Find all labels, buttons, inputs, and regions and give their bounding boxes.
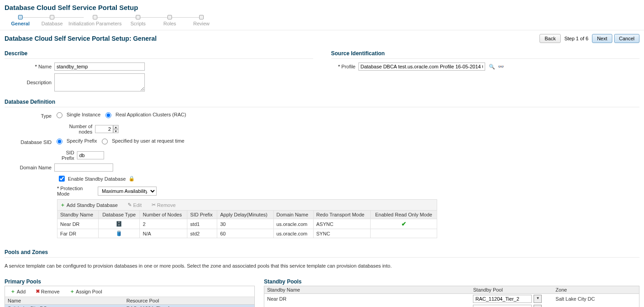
- name-input[interactable]: [54, 62, 145, 71]
- domain-label: Domain Name: [5, 165, 54, 170]
- profile-label: Profile: [331, 64, 358, 69]
- th-standby-name[interactable]: Standby Name: [57, 211, 99, 219]
- primary-toolbar: ＋Add ✖Remove ＋Assign Pool: [5, 286, 254, 297]
- protection-select[interactable]: Maximum Availability: [98, 187, 157, 196]
- nodes-stepper[interactable]: ▲▼: [95, 125, 119, 133]
- sid-prefix-label: SID Prefix: [54, 150, 77, 161]
- describe-title: Describe: [5, 46, 313, 59]
- search-icon[interactable]: 🔍: [489, 64, 495, 70]
- sid-label: Database SID: [5, 139, 54, 145]
- nodes-input[interactable]: [95, 125, 113, 133]
- protection-label: Protection Mode: [57, 186, 98, 197]
- th-sid[interactable]: SID Prefix: [187, 211, 217, 219]
- standby-pool-table: Standby Name Standby Pool Zone Near DR▼S…: [264, 286, 639, 307]
- nodes-label: Number of nodes: [54, 124, 95, 134]
- sid-user-label: Specified by user at request time: [112, 138, 184, 144]
- th-readonly[interactable]: Enabled Read Only Mode: [371, 211, 437, 219]
- standby-toolbar: ＋Add Standby Database ✎Edit ✂Remove: [57, 199, 437, 210]
- type-si-radio[interactable]: [57, 112, 62, 118]
- x-icon: ✖: [36, 288, 40, 294]
- sid-prefix-input[interactable]: [77, 151, 104, 159]
- wizard-step-label: General: [11, 21, 30, 26]
- sid-specify-label: Specify Prefix: [67, 138, 97, 144]
- assign-pool-button[interactable]: ＋Assign Pool: [67, 288, 105, 295]
- scissors-icon: ✂: [152, 202, 156, 208]
- dropdown-icon[interactable]: ▼: [534, 295, 542, 303]
- th-nodes[interactable]: Number of Nodes: [140, 211, 187, 219]
- enable-standby-checkbox[interactable]: [59, 176, 65, 182]
- view-icon[interactable]: 👓: [498, 64, 504, 70]
- primary-pools-title: Primary Pools: [5, 274, 255, 286]
- plus-icon: ＋: [70, 288, 75, 295]
- step-subtitle: Database Cloud Self Service Portal Setup…: [5, 35, 157, 42]
- wizard-step-database[interactable]: Database: [36, 15, 68, 26]
- back-button[interactable]: Back: [539, 34, 560, 43]
- nav-buttons: Back Step 1 of 6 Next Cancel: [539, 34, 639, 43]
- add-pool-button[interactable]: ＋Add: [8, 288, 29, 295]
- page-title: Database Cloud Self Service Portal Setup: [0, 0, 644, 13]
- cancel-button[interactable]: Cancel: [614, 34, 639, 43]
- wizard-step-label: Scripts: [130, 21, 146, 26]
- type-rac-radio[interactable]: [105, 112, 111, 118]
- enable-standby-label: Enable Standby Database: [68, 176, 126, 182]
- table-row[interactable]: Salt Lake City DCRAC_11204_Tier_1: [5, 305, 254, 307]
- plus-icon: ＋: [10, 288, 15, 295]
- profile-input[interactable]: [358, 62, 485, 71]
- standby-pools-title: Standby Pools: [264, 274, 639, 286]
- type-label: Type: [5, 113, 54, 119]
- wizard-step-scripts[interactable]: Scripts: [122, 15, 154, 26]
- th-standby-name2[interactable]: Standby Name: [264, 286, 470, 294]
- table-row[interactable]: Near DR🗄️2std130us.oracle.comASYNC✔: [57, 219, 437, 229]
- standby-table: Standby Name Database Type Number of Nod…: [57, 210, 437, 238]
- th-redo[interactable]: Redo Transport Mode: [313, 211, 370, 219]
- add-standby-button[interactable]: ＋Add Standby Database: [57, 201, 120, 208]
- description-label: Description: [5, 80, 54, 85]
- table-row[interactable]: Far DR🛢️N/Astd260us.oracle.comSYNC: [57, 229, 437, 238]
- remove-standby-button[interactable]: ✂Remove: [149, 202, 178, 208]
- source-id-title: Source Identification: [331, 46, 640, 59]
- wizard-step-init-params[interactable]: Initialization Parameters: [68, 15, 122, 26]
- name-label: Name: [5, 64, 54, 69]
- th-pool-name[interactable]: Name: [5, 297, 124, 305]
- sid-specify-radio[interactable]: [57, 139, 62, 144]
- nodes-up[interactable]: ▲: [113, 125, 119, 129]
- primary-pool-table: Name Resource Pool Salt Lake City DCRAC_…: [5, 297, 254, 307]
- wizard-step-general[interactable]: General: [5, 15, 36, 26]
- standby-pool-input[interactable]: [473, 305, 532, 307]
- th-dbtype[interactable]: Database Type: [98, 211, 140, 219]
- wizard-step-label: Review: [193, 21, 210, 26]
- domain-input[interactable]: [54, 163, 113, 172]
- wizard-step-roles[interactable]: Roles: [154, 15, 186, 26]
- lock-icon: 🔒: [129, 176, 135, 182]
- wizard-step-label: Roles: [163, 21, 176, 26]
- pools-title: Pools and Zones: [5, 245, 639, 258]
- add-pool-label: Add: [17, 289, 26, 294]
- step-indicator: Step 1 of 6: [564, 36, 588, 41]
- transfer-arrow-icon[interactable]: ◀: [258, 293, 261, 307]
- pools-help: A service template can be configured to …: [5, 261, 639, 272]
- remove-pool-button[interactable]: ✖Remove: [33, 288, 62, 294]
- remove-standby-label: Remove: [157, 202, 176, 208]
- th-zone[interactable]: Zone: [553, 286, 639, 294]
- wizard-step-label: Database: [41, 21, 62, 26]
- next-button[interactable]: Next: [592, 34, 612, 43]
- th-standby-pool[interactable]: Standby Pool: [470, 286, 553, 294]
- table-row[interactable]: Far DR▼Austin DC: [264, 304, 639, 307]
- remove-pool-label: Remove: [41, 289, 60, 294]
- standby-pool-input[interactable]: [473, 295, 532, 303]
- wizard-step-label: Initialization Parameters: [68, 21, 121, 26]
- edit-standby-label: Edit: [133, 202, 142, 208]
- nodes-down[interactable]: ▼: [113, 129, 119, 133]
- type-si-label: Single Instance: [67, 112, 100, 117]
- dropdown-icon[interactable]: ▼: [534, 305, 542, 307]
- th-domain[interactable]: Domain Name: [273, 211, 313, 219]
- wizard-train: General Database Initialization Paramete…: [0, 13, 644, 30]
- pencil-icon: ✎: [128, 202, 132, 208]
- sid-user-radio[interactable]: [102, 139, 108, 144]
- description-textarea[interactable]: [54, 73, 145, 91]
- th-resource-pool[interactable]: Resource Pool: [124, 297, 254, 305]
- wizard-step-review[interactable]: Review: [186, 15, 217, 26]
- edit-standby-button[interactable]: ✎Edit: [125, 202, 144, 208]
- table-row[interactable]: Near DR▼Salt Lake City DC: [264, 294, 639, 304]
- th-delay[interactable]: Apply Delay(Minutes): [217, 211, 273, 219]
